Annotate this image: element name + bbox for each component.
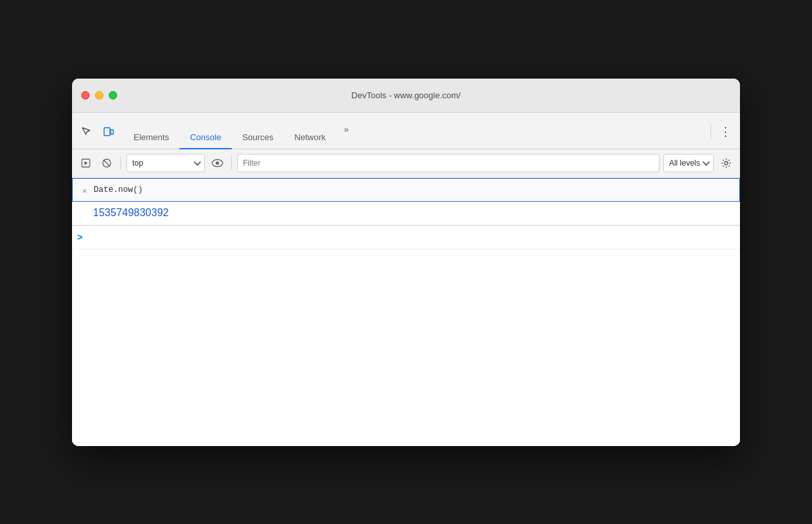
cancel-entry-icon[interactable]: × [78,181,91,196]
tab-sources[interactable]: Sources [232,127,284,149]
devtools-menu-icon[interactable]: ⋮ [716,122,735,141]
console-input-content[interactable] [94,181,734,198]
run-snippet-button[interactable] [77,155,94,172]
minimize-button[interactable] [95,91,103,100]
svg-marker-3 [84,161,88,165]
console-prompt-input[interactable] [93,233,735,242]
window-title: DevTools - www.google.com/ [352,90,461,100]
tab-console[interactable]: Console [179,127,232,149]
tab-elements[interactable]: Elements [123,127,179,149]
context-selector-chevron [194,159,201,166]
svg-point-8 [725,162,728,165]
console-prompt-row[interactable]: > [72,226,740,250]
svg-rect-1 [111,130,113,134]
tab-bar-divider: ⋮ [708,122,735,141]
traffic-lights [81,91,117,100]
clear-console-button[interactable] [98,155,115,172]
devtools-window: DevTools - www.google.com/ Elements Cons… [72,79,740,446]
console-result-entry: 1535749830392 [72,202,740,225]
svg-rect-0 [104,128,110,136]
inspect-icon[interactable] [77,122,96,141]
console-result-value: 1535749830392 [93,204,169,221]
console-input-field[interactable] [94,181,734,198]
title-bar: DevTools - www.google.com/ [72,79,740,113]
live-expressions-button[interactable] [209,155,226,172]
device-toolbar-icon[interactable] [100,122,118,141]
console-toolbar: top All levels [72,149,740,178]
more-tabs-button[interactable]: » [339,119,354,141]
maximize-button[interactable] [109,91,117,100]
console-output: × 1535749830392 > [72,178,740,446]
tab-bar: Elements Console Sources Network » ⋮ [72,113,740,149]
svg-point-7 [216,162,219,165]
toolbar-divider-1 [120,157,121,170]
levels-selector[interactable]: All levels [663,154,714,172]
context-selector[interactable]: top [126,154,205,172]
filter-input-wrapper[interactable] [237,154,659,172]
filter-input[interactable] [243,159,654,168]
console-empty-area [72,250,740,446]
settings-button[interactable] [718,155,735,172]
prompt-chevron-icon: > [77,232,90,242]
svg-line-5 [103,160,110,166]
levels-chevron [703,159,710,166]
close-button[interactable] [81,91,90,100]
devtools-left-icons [77,122,118,141]
toolbar-divider-2 [231,157,232,170]
tab-network[interactable]: Network [284,127,337,149]
console-input-entry: × [72,178,740,202]
